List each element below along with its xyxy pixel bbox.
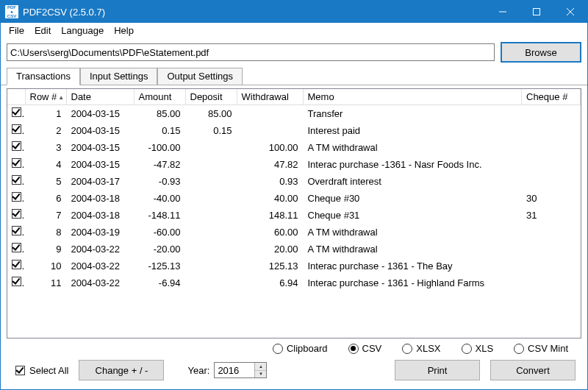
cell-amount: -125.13 (134, 258, 185, 274)
table-row[interactable]: 32004-03-15-100.00100.00A TM withdrawal (7, 139, 581, 156)
cell-date: 2004-03-15 (66, 156, 134, 173)
cell-deposit (185, 258, 237, 274)
cell-amount: -40.00 (134, 190, 185, 207)
year-spinner[interactable]: 2016 ▲ ▼ (214, 362, 267, 378)
cell-row: 5 (25, 173, 66, 190)
year-up-button[interactable]: ▲ (255, 363, 266, 371)
cell-deposit (185, 190, 237, 207)
cell-memo: Overdraft interest (303, 173, 522, 190)
cell-amount: -0.93 (134, 173, 185, 190)
col-withdrawal-header[interactable]: Withdrawal (237, 89, 303, 105)
cell-withdrawal: 6.94 (237, 274, 303, 291)
title-bar: PDF▸CSV PDF2CSV (2.5.0.7) (1, 1, 587, 23)
table-row[interactable]: 92004-03-22-20.0020.00A TM withdrawal (7, 241, 581, 258)
radio-clipboard[interactable]: Clipboard (273, 343, 328, 354)
cell-withdrawal: 40.00 (237, 190, 303, 207)
row-checkbox[interactable] (12, 277, 21, 286)
table-row[interactable]: 82004-03-19-60.0060.00A TM withdrawal (7, 224, 581, 241)
col-amount-header[interactable]: Amount (134, 89, 185, 105)
cell-memo: Interest paid (303, 122, 522, 139)
row-checkbox[interactable] (12, 260, 21, 269)
menu-file[interactable]: File (4, 24, 29, 38)
cell-withdrawal: 60.00 (237, 224, 303, 241)
grid-header-row: Row #▲ Date Amount Deposit Withdrawal Me… (7, 89, 581, 105)
row-checkbox[interactable] (12, 141, 21, 151)
cell-date: 2004-03-18 (66, 207, 134, 224)
menu-help[interactable]: Help (109, 24, 139, 38)
year-down-button[interactable]: ▼ (255, 371, 266, 378)
cell-amount: -100.00 (134, 139, 185, 156)
row-checkbox[interactable] (12, 158, 21, 168)
col-memo-header[interactable]: Memo (303, 89, 522, 105)
cell-date: 2004-03-15 (66, 122, 134, 139)
row-checkbox[interactable] (12, 209, 21, 219)
table-row[interactable]: 62004-03-18-40.0040.00Cheque #3030 (7, 190, 581, 207)
tab-transactions[interactable]: Transactions (7, 68, 80, 85)
cell-amount: -20.00 (134, 241, 185, 258)
cell-memo: Cheque #31 (303, 207, 522, 224)
row-checkbox[interactable] (12, 124, 21, 134)
cell-cheque (522, 258, 581, 274)
row-checkbox[interactable] (12, 226, 21, 235)
year-value[interactable]: 2016 (215, 363, 254, 377)
browse-button[interactable]: Browse (501, 42, 581, 63)
radio-csv-mint[interactable]: CSV Mint (514, 343, 568, 354)
tab-output-settings[interactable]: Output Settings (157, 68, 243, 85)
cell-row: 4 (25, 156, 66, 173)
row-checkbox[interactable] (12, 107, 21, 117)
cell-row: 11 (25, 274, 66, 291)
col-deposit-header[interactable]: Deposit (185, 89, 237, 105)
cell-memo: Interac purchase - 1361 - Highland Farms (303, 274, 522, 291)
convert-button[interactable]: Convert (490, 360, 576, 380)
table-row[interactable]: 72004-03-18-148.11148.11Cheque #3131 (7, 207, 581, 224)
table-row[interactable]: 112004-03-22-6.946.94Interac purchase - … (7, 274, 581, 291)
cell-amount: -47.82 (134, 156, 185, 173)
menu-edit[interactable]: Edit (29, 24, 56, 38)
table-row[interactable]: 42004-03-15-47.8247.82Interac purchase -… (7, 156, 581, 173)
print-button[interactable]: Print (395, 360, 480, 380)
radio-xls[interactable]: XLS (462, 343, 494, 354)
table-row[interactable]: 12004-03-1585.0085.00Transfer (7, 105, 581, 123)
col-date-header[interactable]: Date (66, 89, 134, 105)
cell-date: 2004-03-17 (66, 173, 134, 190)
bottom-bar: Select All Change + / - Year: 2016 ▲ ▼ P… (7, 358, 581, 386)
cell-deposit (185, 274, 237, 291)
radio-xlsx[interactable]: XLSX (402, 343, 440, 354)
radio-csv[interactable]: CSV (348, 343, 382, 354)
cell-withdrawal: 125.13 (237, 258, 303, 274)
cell-deposit (185, 173, 237, 190)
cell-withdrawal: 100.00 (237, 139, 303, 156)
row-checkbox[interactable] (12, 192, 21, 202)
row-checkbox[interactable] (12, 175, 21, 185)
maximize-button[interactable] (520, 1, 553, 23)
cell-cheque (522, 224, 581, 241)
table-row[interactable]: 22004-03-150.150.15Interest paid (7, 122, 581, 139)
cell-date: 2004-03-22 (66, 241, 134, 258)
cell-row: 1 (25, 105, 66, 123)
row-checkbox[interactable] (12, 243, 21, 252)
table-row[interactable]: 102004-03-22-125.13125.13Interac purchas… (7, 258, 581, 274)
cell-date: 2004-03-18 (66, 190, 134, 207)
change-sign-button[interactable]: Change + / - (79, 360, 164, 380)
cell-memo: Interac purchase -1361 - Nasr Foods Inc. (303, 156, 522, 173)
cell-amount: 0.15 (134, 122, 185, 139)
close-button[interactable] (553, 1, 587, 23)
menu-language[interactable]: Language (56, 24, 109, 38)
cell-deposit (185, 156, 237, 173)
select-all-checkbox[interactable]: Select All (15, 365, 68, 376)
cell-deposit (185, 139, 237, 156)
col-row-header[interactable]: Row #▲ (25, 89, 66, 105)
cell-cheque (522, 173, 581, 190)
checkbox-icon (15, 366, 25, 375)
cell-cheque (522, 122, 581, 139)
cell-deposit (185, 207, 237, 224)
grid-body: 12004-03-1585.0085.00Transfer22004-03-15… (7, 105, 581, 292)
tab-input-settings[interactable]: Input Settings (80, 68, 158, 85)
table-row[interactable]: 52004-03-17-0.930.93Overdraft interest (7, 173, 581, 190)
col-selected-header[interactable] (7, 89, 25, 105)
cell-withdrawal: 20.00 (237, 241, 303, 258)
minimize-button[interactable] (486, 1, 520, 23)
col-cheque-header[interactable]: Cheque # (522, 89, 581, 105)
file-path-input[interactable] (7, 43, 495, 61)
cell-date: 2004-03-19 (66, 224, 134, 241)
